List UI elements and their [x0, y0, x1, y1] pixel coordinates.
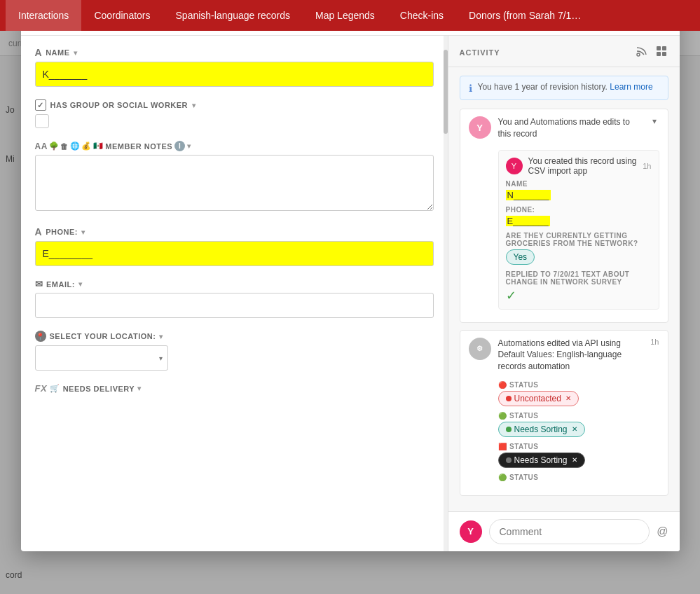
location-select[interactable] [35, 345, 168, 371]
activity-entry-2: ⚙ Automations edited via API using Defau… [460, 330, 668, 496]
has-group-arrow[interactable]: ▾ [192, 102, 196, 109]
status-label-1: 🔴 STATUS [498, 381, 659, 389]
location-field: 📍 SELECT YOUR LOCATION: ▾ ▾ [35, 331, 434, 371]
checkbox-icon: ✓ [35, 99, 46, 111]
location-icon: 📍 [35, 331, 46, 342]
phone-input[interactable] [35, 241, 434, 266]
member-notes-icon-flag: 🇲🇽 [93, 141, 104, 151]
has-group-field: ✓ HAS GROUP OR SOCIAL WORKER ▾ [35, 99, 434, 128]
detail-phone-section: PHONE: E_______ [506, 206, 652, 226]
status-label-4: 🟢 STATUS [498, 474, 659, 481]
name-label-arrow[interactable]: ▾ [74, 49, 78, 57]
location-arrow[interactable]: ▾ [159, 333, 163, 340]
name-input[interactable] [35, 62, 434, 87]
activity-time-2: 1h [650, 338, 659, 346]
info-text: You have 1 year of revision history. Lea… [478, 82, 653, 92]
status-emoji-2: 🟢 [498, 412, 507, 420]
member-notes-label: Aa 🌳 🗑 🌐 💰 🇲🇽 MEMBER NOTES i ▾ [35, 141, 434, 151]
email-field: ✉ EMAIL: ▾ [35, 279, 434, 318]
nav-tab-checkins[interactable]: Check-ins [387, 0, 456, 31]
needs-delivery-arrow[interactable]: ▾ [137, 385, 142, 392]
status-row-needs-sorting-2: 🟥 STATUS Needs Sorting ✕ [498, 443, 659, 468]
has-group-label: ✓ HAS GROUP OR SOCIAL WORKER ▾ [35, 99, 434, 111]
comment-input[interactable] [489, 519, 650, 544]
detail-groceries-value: Yes [506, 249, 652, 265]
svg-rect-4 [662, 52, 666, 56]
email-field-label: ✉ EMAIL: ▾ [35, 279, 434, 289]
status-row-partial: 🟢 STATUS [498, 474, 659, 481]
activity-panel: ACTIVITY [448, 36, 680, 551]
member-notes-info[interactable]: i [174, 141, 185, 151]
scrollbar-track[interactable] [444, 36, 448, 551]
detail-entry-1: Y You created this record using CSV impo… [498, 150, 659, 310]
activity-info-banner: ℹ You have 1 year of revision history. L… [460, 76, 668, 100]
needs-sorting-badge-1: Needs Sorting ✕ [498, 422, 585, 437]
activity-header: ACTIVITY [448, 36, 680, 67]
activity-collapse-icon[interactable] [654, 44, 668, 61]
detail-name-value: N_______ [506, 190, 652, 200]
record-modal: × ▲ ▼ K____ S_____ ▾ [21, 7, 680, 551]
svg-point-0 [637, 53, 640, 56]
nav-tab-map-legends[interactable]: Map Legends [303, 0, 387, 31]
nav-tab-interactions[interactable]: Interactions [6, 0, 81, 31]
detail-groceries-section: ARE THEY CURRENTLY GETTING GROCERIES FRO… [506, 232, 652, 265]
activity-avatar-2: ⚙ [469, 338, 491, 360]
status-emoji-4: 🟢 [498, 474, 507, 481]
badge-close-1: ✕ [565, 394, 571, 402]
has-group-checkbox[interactable] [35, 114, 49, 128]
sub-time-1: 1h [643, 162, 651, 170]
detail-name-label: NAME [506, 180, 652, 188]
member-notes-icon-money: 💰 [81, 141, 92, 151]
status-label-2: 🟢 STATUS [498, 412, 659, 420]
name-field: A NAME ▾ [35, 47, 434, 87]
activity-avatar-1: Y [469, 116, 491, 139]
modal-overlay: × ▲ ▼ K____ S_____ ▾ [0, 0, 700, 594]
scrollbar-thumb [444, 50, 448, 134]
activity-entry-2-header: ⚙ Automations edited via API using Defau… [460, 331, 668, 378]
email-arrow[interactable]: ▾ [78, 280, 83, 288]
location-field-label: 📍 SELECT YOUR LOCATION: ▾ [35, 331, 434, 342]
nav-tab-coordinators[interactable]: Coordinators [81, 0, 163, 31]
phone-field: A PHONE: ▾ [35, 226, 434, 266]
member-notes-icon-tree: 🌳 [49, 141, 60, 151]
info-icon: ℹ [469, 83, 472, 94]
detail-survey-section: REPLIED TO 7/20/21 TEXT ABOUT CHANGE IN … [506, 270, 652, 303]
svg-rect-2 [662, 46, 666, 50]
member-notes-field: Aa 🌳 🗑 🌐 💰 🇲🇽 MEMBER NOTES i ▾ [35, 141, 434, 214]
needs-sorting-badge-2: Needs Sorting ✕ [498, 453, 585, 468]
activity-detail-1: Y You created this record using CSV impo… [460, 146, 668, 322]
detail-phone-value: E_______ [506, 216, 652, 226]
needs-delivery-field: fx 🛒 NEEDS DELIVERY ▾ [35, 383, 434, 394]
activity-body: ℹ You have 1 year of revision history. L… [448, 67, 680, 511]
status-emoji-3: 🟥 [498, 443, 507, 450]
name-field-label: A NAME ▾ [35, 47, 434, 58]
nav-tab-donors[interactable]: Donors (from Sarah 7/1… [456, 0, 593, 31]
phone-label-arrow[interactable]: ▾ [81, 228, 85, 236]
email-icon: ✉ [35, 279, 43, 289]
nav-tab-spanish[interactable]: Spanish-language records [163, 0, 303, 31]
info-link[interactable]: Learn more [610, 82, 652, 92]
badge-dot-green-1 [506, 427, 512, 432]
status-emoji-1: 🔴 [498, 381, 507, 389]
activity-meta-1: You and Automations made edits to this r… [498, 116, 643, 140]
member-notes-arrow[interactable]: ▾ [187, 142, 191, 150]
survey-checkmark: ✓ [506, 288, 652, 303]
status-row-needs-sorting-1: 🟢 STATUS Needs Sorting ✕ [498, 412, 659, 437]
email-input[interactable] [35, 293, 434, 318]
member-notes-textarea[interactable] [35, 155, 434, 211]
member-notes-icon-aa: Aa [35, 141, 48, 151]
name-label-icon: A [35, 47, 43, 58]
detail-sub-header-1: Y You created this record using CSV impo… [506, 156, 652, 176]
nav-bar: Interactions Coordinators Spanish-langua… [0, 0, 700, 31]
activity-feed-icon[interactable] [635, 44, 649, 61]
form-panel: A NAME ▾ ✓ HAS GROUP OR SOCIAL WORKER ▾ [21, 36, 448, 551]
detail-phone-label: PHONE: [506, 206, 652, 214]
activity-expand-1[interactable]: ▾ [650, 116, 659, 126]
sub-avatar-1: Y [506, 158, 523, 174]
yes-badge: Yes [506, 249, 535, 265]
at-mention-button[interactable]: @ [657, 525, 668, 538]
status-label-3: 🟥 STATUS [498, 443, 659, 450]
activity-entry-2-statuses: 🔴 STATUS Uncontacted ✕ [460, 378, 668, 495]
modal-body: A NAME ▾ ✓ HAS GROUP OR SOCIAL WORKER ▾ [21, 36, 680, 551]
member-notes-icon-globe: 🌐 [70, 141, 81, 151]
